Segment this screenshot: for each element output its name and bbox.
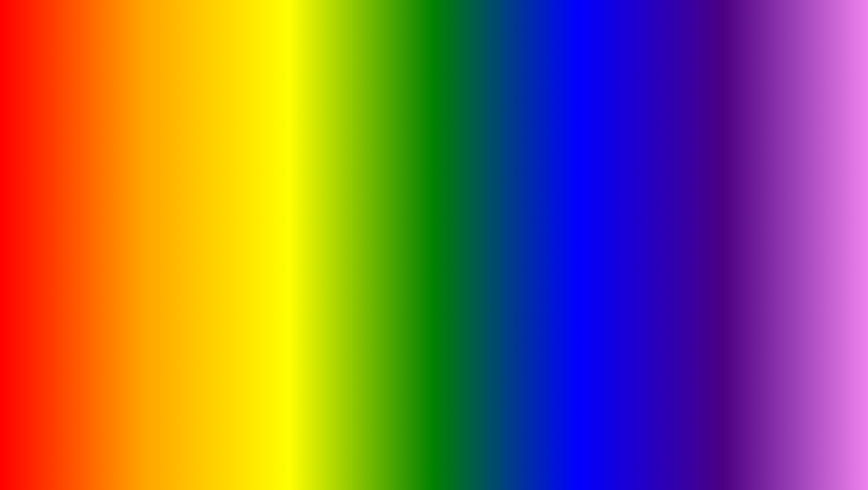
- right-sidebar-stats[interactable]: 📈 Stats: [388, 219, 464, 237]
- left-row-auto-chest-bypass: Auto Chest Bypass: [114, 259, 286, 280]
- text-farm: FARM: [149, 429, 270, 472]
- left-date: 20 February 2023: [124, 140, 162, 151]
- right-hr: Hr(s) : 0 Min(s) : 7 Sec(s) : 0: [513, 152, 575, 157]
- right-section-title: Main Farm: [465, 197, 637, 214]
- bottom-logo: 💀 BL✖X FRUITS: [703, 421, 846, 479]
- right-sidebar-shop[interactable]: 🛒 Shop: [388, 291, 464, 309]
- left-sidebar-main-farm[interactable]: 🏠 Main Farm: [37, 165, 113, 183]
- right-row-auto-farm-level: Auto Farm Level: [465, 214, 637, 235]
- left-panel-header: 👤 PadoHub XxArSendxX #8033 20 February 2…: [37, 136, 286, 165]
- left-auto-sea-beast-toggle[interactable]: [259, 203, 280, 214]
- left-panel: 👤 PadoHub XxArSendxX #8033 20 February 2…: [36, 135, 288, 310]
- right-fighting-style-label: Fighting Style: [471, 261, 510, 268]
- left-auto-chest-tween-toggle[interactable]: [259, 284, 280, 295]
- right-teleport-label: Teleport: [407, 242, 430, 249]
- left-auto-sea-beast-label: Auto Sea Beast: [121, 205, 164, 212]
- right-sword-icon: ✂: [394, 205, 403, 214]
- logo-fruits-text: FRUITS: [764, 453, 846, 479]
- left-sidebar-shop[interactable]: 🛒 Shop: [37, 291, 113, 309]
- left-sidebar-dungeon[interactable]: ⊙ Dungeon: [37, 255, 113, 273]
- dungeon-icon: ⊙: [44, 259, 53, 268]
- right-dungeon-label: Dungeon: [407, 260, 433, 267]
- left-auto-farm-chest-toggle[interactable]: [259, 244, 280, 254]
- left-hr: Hr(s) : 0 Min(s) : 10 Sec(s) : 13: [162, 152, 230, 157]
- left-shop-label: Shop: [56, 296, 71, 303]
- title-blox: BLOX: [243, 7, 405, 65]
- right-auto-farm-level-label: Auto Farm Level: [471, 221, 518, 228]
- deco-ball-3: [318, 161, 332, 174]
- right-pado: PadoHub: [418, 140, 450, 148]
- right-sidebar-combat[interactable]: ✂ Combat: [388, 201, 464, 219]
- bottom-auto-farm: AUTO FARM SCRIPT PASTEBIN: [22, 429, 537, 472]
- right-select-mode-arrow: ▲: [626, 170, 631, 175]
- left-hours: Hours:12:32:26: [168, 140, 201, 151]
- right-row-auto-kaitan: Auto Kaitan: [465, 235, 637, 255]
- right-stats-label: Stats: [407, 224, 421, 232]
- right-select-weapon-arrow: ▲: [626, 187, 631, 192]
- right-devil-fruit-label: Devil Fruit: [407, 278, 435, 285]
- right-sidebar-misc-farm[interactable]: 🔧 Misc Farm: [388, 183, 464, 201]
- left-sidebar-combat[interactable]: ✂ Combat: [37, 201, 113, 219]
- right-sidebar-devil-fruit[interactable]: 🍎 Devil Fruit: [388, 273, 464, 291]
- left-avatar: 👤: [43, 141, 63, 161]
- right-auto-kaitan-toggle[interactable]: [610, 239, 631, 250]
- right-stats: 20 February 2023 Hours:12:29:13 Ping: 40…: [474, 140, 632, 157]
- left-players: Players : 1 / 12: [124, 152, 157, 157]
- right-panel-header: 👤 PadoHub XxArSendxX #8033 20 February 2…: [388, 136, 637, 165]
- left-sidebar: 🏠 Main Farm 🔧 Misc Farm ✂ Combat 📈 Stats…: [37, 165, 114, 309]
- right-fighting-style-toggle[interactable]: [610, 259, 631, 270]
- deco-ball-2: [709, 228, 729, 249]
- home-icon: 🏠: [44, 169, 53, 178]
- right-sidebar-main-farm[interactable]: 🏠 Main Farm: [388, 165, 464, 183]
- left-auto-sea-beast-hop-toggle[interactable]: [259, 223, 280, 234]
- right-fruit-icon: 🍎: [394, 277, 403, 286]
- left-sidebar-teleport[interactable]: 📍 Teleport: [37, 237, 113, 255]
- right-ping: Ping: 403.881 (64%CV): [558, 140, 609, 151]
- left-content: Sea Beasts Sea Beast : 0 Auto Sea Beast …: [114, 165, 286, 309]
- right-select-mode-row[interactable]: Select Mode Farm : Normal Mode ▲: [465, 165, 637, 181]
- right-home-icon: 🏠: [394, 169, 403, 178]
- right-sidebar-dungeon[interactable]: ⊙ Dungeon: [388, 255, 464, 273]
- left-sea-beast-count: Sea Beast : 0: [114, 184, 286, 199]
- right-select-weapon-row[interactable]: Select Weapon : Melee ▲: [465, 181, 637, 197]
- right-username: XxArSendxX: [418, 148, 452, 155]
- char-emblem: [421, 339, 447, 353]
- right-stats-icon: 📈: [394, 223, 403, 232]
- left-fps: FPS: 46: [264, 140, 281, 151]
- right-dungeon-icon: ⊙: [394, 259, 403, 268]
- left-auto-chest-bypass-toggle[interactable]: [259, 264, 280, 275]
- right-date: 20 February 2023: [474, 140, 513, 151]
- logo-skull-circle: 💀: [703, 423, 757, 477]
- left-sidebar-stats[interactable]: 📈 Stats: [37, 219, 113, 237]
- right-sidebar-teleport[interactable]: 📍 Teleport: [388, 237, 464, 255]
- right-shop-icon: 🛒: [394, 295, 403, 304]
- bottom-text-area: AUTO FARM SCRIPT PASTEBIN 💀 BL✖X FRUITS: [22, 421, 846, 479]
- pin-icon: 📍: [44, 241, 53, 250]
- right-auto-farm-level-toggle[interactable]: [610, 219, 631, 230]
- left-row-auto-sea-beast-hop: Auto Sea Beast Hop: [114, 219, 286, 239]
- left-row-auto-farm-chest: Auto Farm Chest: [114, 239, 286, 259]
- right-main-farm-label: Main Farm: [407, 170, 437, 178]
- left-hub-info: PadoHub XxArSendxX #8033: [67, 140, 119, 155]
- right-avatar: 👤: [394, 141, 414, 161]
- right-select-mode-label: Select Mode Farm : Normal Mode: [471, 169, 559, 176]
- right-wrench-icon: 🔧: [394, 187, 403, 196]
- stats-icon: 📈: [44, 223, 53, 232]
- left-sidebar-devil-fruit[interactable]: 🍎 Devil Fruit: [37, 273, 113, 291]
- left-combat-label: Combat: [56, 206, 78, 214]
- left-auto-farm-chest-label: Auto Farm Chest: [121, 245, 168, 253]
- right-row-auto-superhuman: Auto SuperHuman: [465, 275, 637, 295]
- right-combat-label: Combat: [407, 206, 429, 214]
- left-userid: #8033: [103, 148, 119, 155]
- right-misc-farm-label: Misc Farm: [407, 188, 436, 196]
- right-players: Players : 1 / 12: [474, 152, 507, 157]
- fruit-icon: 🍎: [44, 277, 53, 286]
- left-control: [ RightControl ]: [235, 152, 268, 157]
- left-devil-fruit-label: Devil Fruit: [56, 278, 85, 285]
- sword-icon: ✂: [44, 205, 53, 214]
- left-sidebar-misc-farm[interactable]: 🔧 Misc Farm: [37, 183, 113, 201]
- left-main-farm-label: Main Farm: [56, 170, 86, 178]
- text-auto: AUTO: [22, 429, 143, 472]
- left-auto-sea-beast-hop-label: Auto Sea Beast Hop: [121, 225, 178, 232]
- right-auto-superhuman-toggle[interactable]: [610, 280, 631, 290]
